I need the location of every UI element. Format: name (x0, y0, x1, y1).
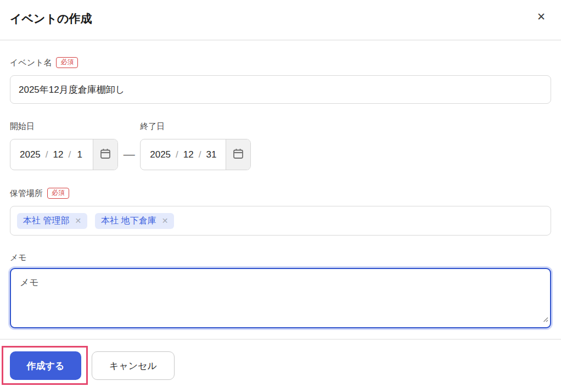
date-range-separator: — (118, 139, 140, 170)
end-date-values: 2025 / 12 / 31 (141, 139, 226, 170)
date-slash: / (199, 149, 201, 160)
location-tag: 本社 管理部 ✕ (17, 213, 87, 229)
location-field: 保管場所 必須 本社 管理部 ✕ 本社 地下倉庫 ✕ (10, 188, 551, 236)
start-date-label: 開始日 (10, 121, 118, 132)
start-date-year[interactable]: 2025 (20, 149, 41, 160)
date-slash: / (46, 149, 48, 160)
memo-textarea-wrap: メモ (10, 268, 551, 328)
end-date-input: 2025 / 12 / 31 (140, 139, 251, 170)
remove-tag-icon[interactable]: ✕ (75, 217, 81, 225)
memo-field: メモ メモ (10, 252, 551, 328)
calendar-icon (232, 147, 245, 162)
date-slash: / (68, 149, 71, 160)
start-date-values: 2025 / 12 / 1 (10, 139, 93, 170)
required-badge: 必須 (56, 57, 78, 68)
start-date-month[interactable]: 12 (53, 149, 64, 160)
required-badge: 必須 (47, 188, 69, 199)
create-button[interactable]: 作成する (10, 351, 81, 380)
memo-label: メモ (10, 252, 551, 263)
dialog-title: イベントの作成 (10, 10, 92, 26)
location-tag-label: 本社 管理部 (23, 215, 69, 227)
location-label: 保管場所 (10, 188, 43, 199)
start-date-input: 2025 / 12 / 1 (10, 139, 118, 170)
end-date-year[interactable]: 2025 (150, 149, 171, 160)
dialog-header: イベントの作成 ✕ (0, 0, 561, 26)
start-date-calendar-button[interactable] (93, 139, 117, 170)
location-label-row: 保管場所 必須 (10, 188, 551, 199)
event-name-field: イベント名 必須 (10, 57, 551, 104)
annotation-highlight-box: 作成する (2, 346, 88, 385)
event-name-label-row: イベント名 必須 (10, 57, 551, 68)
close-icon[interactable]: ✕ (535, 10, 548, 23)
dialog-footer: 作成する キャンセル (0, 340, 561, 385)
end-date-day[interactable]: 31 (206, 149, 216, 160)
remove-tag-icon[interactable]: ✕ (162, 217, 169, 225)
start-date-day[interactable]: 1 (76, 149, 83, 160)
event-name-label: イベント名 (10, 57, 52, 68)
memo-textarea[interactable]: メモ (10, 268, 551, 328)
end-date-label: 終了日 (140, 121, 251, 132)
create-event-dialog: イベントの作成 ✕ イベント名 必須 開始日 2025 / 12 / (0, 0, 561, 385)
event-name-input[interactable] (10, 75, 551, 104)
dialog-body: イベント名 必須 開始日 2025 / 12 / 1 (0, 41, 561, 328)
location-tag-input[interactable]: 本社 管理部 ✕ 本社 地下倉庫 ✕ (10, 206, 551, 236)
end-date-calendar-button[interactable] (226, 139, 250, 170)
end-date-field: 終了日 2025 / 12 / 31 (140, 121, 251, 170)
date-range-row: 開始日 2025 / 12 / 1 (10, 121, 551, 170)
start-date-field: 開始日 2025 / 12 / 1 (10, 121, 118, 170)
date-slash: / (176, 149, 178, 160)
cancel-button[interactable]: キャンセル (92, 351, 175, 380)
calendar-icon (99, 147, 112, 162)
location-tag: 本社 地下倉庫 ✕ (95, 213, 174, 229)
end-date-month[interactable]: 12 (183, 149, 194, 160)
location-tag-label: 本社 地下倉庫 (101, 215, 156, 227)
